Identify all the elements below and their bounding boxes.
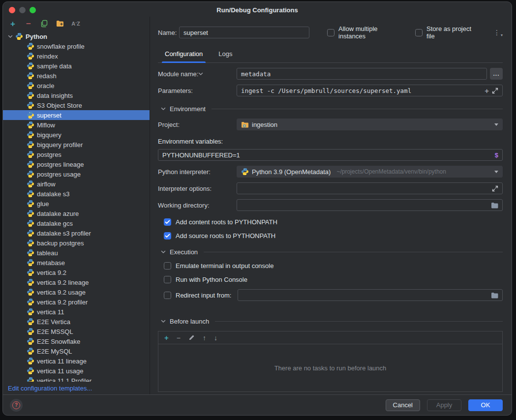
python-icon: [27, 239, 34, 247]
tree-item-label: E2E Vertica: [37, 318, 70, 326]
tree-item[interactable]: glue: [3, 199, 150, 209]
tree-item[interactable]: vertica 11 usage: [3, 366, 150, 376]
config-tree-items: snowflake profile reindex sample data re…: [3, 41, 150, 376]
ok-button[interactable]: OK: [468, 399, 503, 411]
run-with-python-console-checkbox[interactable]: Run with Python Console: [164, 275, 503, 283]
insert-variable-icon[interactable]: $: [495, 151, 498, 159]
tree-item-label: bigquery: [37, 131, 61, 139]
help-button[interactable]: ?: [10, 399, 23, 412]
module-name-input[interactable]: metadata: [237, 68, 487, 80]
interpreter-options-input[interactable]: [237, 182, 503, 194]
python-icon: [27, 82, 34, 90]
new-folder-icon[interactable]: [55, 19, 65, 29]
tree-item[interactable]: metabase: [3, 258, 150, 268]
browse-module-button[interactable]: ...: [490, 68, 503, 80]
module-name-label[interactable]: Module name:: [158, 70, 198, 78]
remove-task-icon[interactable]: −: [177, 334, 181, 342]
parameters-input[interactable]: ingest -c /Users/pmbrull/sources/superse…: [237, 85, 503, 96]
tree-item[interactable]: backup postgres: [3, 238, 150, 248]
tree-group-python[interactable]: Python: [3, 31, 150, 41]
project-select[interactable]: ingestion: [237, 119, 503, 130]
execution-section-header[interactable]: Execution: [161, 248, 503, 256]
tree-item[interactable]: vertica 11: [3, 307, 150, 317]
working-directory-input[interactable]: [237, 199, 503, 211]
tree-item[interactable]: datalake azure: [3, 209, 150, 218]
tree-item[interactable]: Mlflow: [3, 120, 150, 130]
tree-item[interactable]: oracle: [3, 81, 150, 90]
tree-item[interactable]: E2E MSSQL: [3, 327, 150, 336]
environment-variables-label: Environment variables:: [158, 138, 223, 145]
python-icon: [27, 141, 34, 149]
tree-item[interactable]: postgres: [3, 150, 150, 159]
move-task-down-icon[interactable]: ↓: [214, 334, 217, 342]
cancel-button[interactable]: Cancel: [386, 399, 420, 411]
python-icon: [27, 347, 34, 355]
tree-item[interactable]: reindex: [3, 51, 150, 61]
environment-variables-input[interactable]: PYTHONUNBUFFERED=1 $: [158, 149, 503, 161]
add-content-roots-checkbox[interactable]: Add content roots to PYTHONPATH: [164, 218, 503, 226]
name-input[interactable]: [179, 27, 309, 38]
emulate-terminal-checkbox[interactable]: Emulate terminal in output console: [164, 262, 503, 270]
section-divider: [215, 321, 503, 322]
add-configuration-icon[interactable]: +: [8, 19, 18, 29]
edit-task-icon[interactable]: [188, 334, 195, 341]
tree-item[interactable]: bigquery profiler: [3, 140, 150, 150]
tree-item[interactable]: postgres lineage: [3, 159, 150, 169]
tree-item[interactable]: bigquery: [3, 130, 150, 140]
add-macro-icon[interactable]: +: [485, 87, 489, 95]
tab-configuration[interactable]: Configuration: [164, 50, 204, 62]
tree-item[interactable]: vertica 9.2 usage: [3, 287, 150, 297]
dropdown-arrow-icon: [494, 171, 498, 173]
expand-icon[interactable]: [492, 185, 498, 192]
tree-item[interactable]: data insights: [3, 90, 150, 100]
tree-item[interactable]: superset: [3, 110, 150, 120]
store-as-project-file-checkbox[interactable]: Store as project file: [415, 25, 480, 40]
tree-item[interactable]: datalake s3: [3, 189, 150, 199]
copy-configuration-icon[interactable]: [39, 19, 49, 29]
tree-item[interactable]: vertica 9.2 profiler: [3, 297, 150, 307]
environment-section-header[interactable]: Environment: [161, 105, 503, 113]
tree-item[interactable]: vertica 11 lineage: [3, 356, 150, 366]
tree-item-label: snowflake profile: [37, 43, 85, 50]
edit-configuration-templates-link[interactable]: Edit configuration templates...: [3, 382, 150, 394]
sidebar-toolbar: + − AˆZ: [3, 17, 150, 30]
python-icon: [27, 160, 34, 168]
apply-button[interactable]: Apply: [427, 399, 461, 411]
before-launch-section-header[interactable]: Before launch: [161, 318, 503, 325]
allow-multiple-instances-checkbox[interactable]: Allow multiple instances: [327, 25, 404, 40]
tree-item[interactable]: S3 Object Store: [3, 100, 150, 110]
add-task-icon[interactable]: +: [164, 334, 169, 341]
tree-item[interactable]: E2E Snowflake: [3, 336, 150, 346]
project-folder-icon: [241, 121, 249, 128]
checkbox-icon: [327, 29, 334, 36]
tree-item[interactable]: redash: [3, 71, 150, 81]
tree-item[interactable]: tableau: [3, 248, 150, 258]
tree-item[interactable]: datalake s3 profiler: [3, 228, 150, 238]
tree-item[interactable]: vertica 9.2: [3, 268, 150, 277]
python-icon: [27, 210, 34, 217]
redirect-input-checkbox[interactable]: [164, 292, 171, 299]
tree-item[interactable]: snowflake profile: [3, 41, 150, 51]
tree-item-label: E2E MSSQL: [37, 328, 73, 335]
tree-item[interactable]: E2E Vertica: [3, 317, 150, 327]
interpreter-options-row: Interpreter options:: [158, 182, 503, 194]
remove-configuration-icon[interactable]: −: [24, 19, 33, 29]
tree-item[interactable]: E2E MySQL: [3, 346, 150, 356]
redirect-input-file-input[interactable]: [238, 289, 503, 301]
tree-item[interactable]: postgres usage: [3, 169, 150, 179]
tree-item-label: glue: [37, 200, 49, 208]
sort-configurations-icon[interactable]: AˆZ: [71, 19, 81, 29]
tree-item[interactable]: airflow: [3, 179, 150, 189]
tree-item[interactable]: datalake gcs: [3, 218, 150, 228]
move-task-up-icon[interactable]: ↑: [203, 334, 206, 342]
python-interpreter-select[interactable]: Python 3.9 (OpenMetadata) ~/projects/Ope…: [237, 166, 503, 178]
tab-logs[interactable]: Logs: [217, 50, 233, 62]
add-source-roots-checkbox[interactable]: Add source roots to PYTHONPATH: [164, 232, 503, 240]
tree-item[interactable]: vertica 9.2 lineage: [3, 277, 150, 287]
more-options-icon[interactable]: ⋮▾: [493, 29, 503, 36]
tree-item-label: tableau: [37, 249, 58, 257]
tree-item-partial[interactable]: vertica 11.1 Profiler: [3, 376, 150, 382]
expand-icon[interactable]: [492, 88, 498, 94]
tree-item-label: reindex: [37, 53, 58, 60]
tree-item[interactable]: sample data: [3, 61, 150, 71]
